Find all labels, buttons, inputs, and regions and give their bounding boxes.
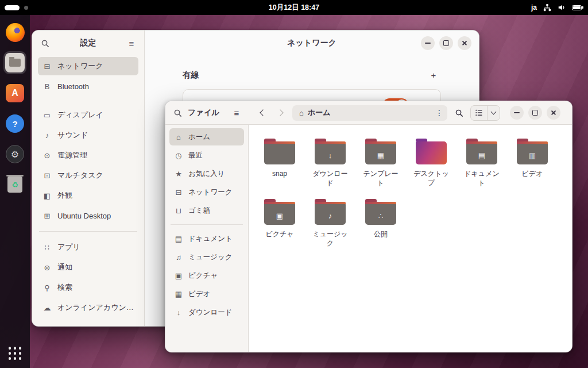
folder-view: snap ↓ ダウンロード ▦ テンプレート (249, 125, 572, 352)
active-workspace-pill[interactable] (5, 5, 20, 10)
show-apps-button[interactable] (9, 347, 22, 360)
folder-item[interactable]: snap (254, 134, 305, 187)
display-icon: ▭ (42, 111, 52, 120)
sidebar-item[interactable]: ▤ ドキュメント (169, 230, 244, 247)
trash-icon: ♻ (7, 177, 22, 193)
sidebar-item[interactable]: ∷ アプリ (38, 238, 138, 256)
main-menu-button[interactable]: ≡ (124, 36, 139, 51)
sidebar-item-label: オンラインアカウント (57, 302, 134, 313)
sidebar-item[interactable]: ▦ ビデオ (169, 285, 244, 302)
sidebar-item[interactable]: ⊡ マルチタスク (38, 166, 138, 185)
sidebar-item-label: 通知 (57, 262, 72, 273)
power-icon: ⊙ (42, 151, 52, 160)
sidebar-item-label: ゴミ箱 (188, 206, 210, 216)
folder-icon: ▤ (466, 141, 497, 164)
back-button[interactable] (254, 105, 269, 120)
folder-item[interactable]: ▣ ピクチャ (254, 194, 305, 248)
sidebar-item[interactable]: B Bluetooth (38, 77, 138, 95)
sidebar-item[interactable]: ↓ ダウンロード (169, 304, 244, 321)
dock-trash[interactable]: ♻ (3, 173, 26, 196)
sidebar-item-label: お気に入り (188, 169, 225, 179)
sidebar-item-label: 外観 (57, 190, 72, 201)
help-icon: ? (6, 114, 24, 133)
sidebar-item[interactable]: ◧ 外観 (38, 186, 138, 205)
files-headerbar: ファイル ≡ ⌂ ホーム ⋮ (165, 101, 572, 125)
sidebar-item[interactable]: ▭ ディスプレイ (38, 106, 138, 124)
folder-emblem-icon: ▦ (365, 146, 396, 164)
search-icon (173, 109, 182, 117)
close-button[interactable] (458, 36, 471, 50)
folder-emblem-icon: ▤ (466, 146, 497, 164)
folder-icon: ∴ (365, 202, 396, 225)
sidebar-item-label: ピクチャ (188, 271, 218, 281)
main-menu-button[interactable]: ≡ (229, 105, 244, 120)
sidebar-item[interactable]: ☁ オンラインアカウント (38, 298, 138, 317)
dock: A ? ⚙ ♻ (0, 15, 30, 368)
apps-grid-icon (9, 347, 11, 350)
sidebar-divider (171, 224, 243, 225)
view-options-button[interactable] (487, 106, 500, 120)
downloads-icon: ↓ (174, 308, 183, 317)
files-sidebar-header: ファイル ≡ (165, 105, 249, 120)
maximize-button[interactable] (528, 106, 542, 120)
back-icon (260, 109, 266, 116)
search-button[interactable] (170, 105, 185, 120)
close-button[interactable] (547, 106, 560, 120)
header-actions (451, 105, 500, 121)
folder-item[interactable]: ∴ 公開 (355, 194, 406, 248)
folder-item[interactable]: ↓ ダウンロード (305, 134, 355, 187)
sidebar-item[interactable]: ⊙ 電源管理 (38, 146, 138, 164)
sidebar-item[interactable]: ◷ 最近 (169, 147, 244, 164)
maximize-icon (532, 110, 538, 116)
dock-settings[interactable]: ⚙ (3, 143, 26, 166)
path-bar[interactable]: ⌂ ホーム ⋮ (292, 105, 447, 121)
sidebar-item[interactable]: ⌂ ホーム (169, 128, 244, 145)
volume-icon (558, 3, 566, 12)
dock-files[interactable] (3, 51, 26, 74)
folder-label: デスクトップ (412, 170, 450, 187)
folder-item[interactable]: ♪ ミュージック (305, 194, 355, 248)
search-button[interactable] (37, 36, 52, 51)
close-icon (550, 109, 557, 116)
top-bar: 10月12日 18:47 ja (0, 0, 588, 15)
minimize-button[interactable] (510, 106, 524, 120)
folder-item[interactable]: デスクトップ (406, 134, 457, 187)
system-status-menu[interactable]: ja (531, 3, 583, 12)
clock-button[interactable]: 10月12日 18:47 (265, 0, 323, 15)
dock-app-center[interactable]: A (3, 82, 26, 105)
sidebar-item-label: ビデオ (188, 289, 210, 299)
add-connection-button[interactable]: + (426, 67, 441, 82)
maximize-button[interactable] (439, 36, 453, 50)
sidebar-item[interactable]: ⚲ 検索 (38, 278, 138, 297)
dock-help[interactable]: ? (3, 112, 26, 135)
folder-emblem-icon: ↓ (315, 146, 346, 164)
sidebar-item[interactable]: ★ お気に入り (169, 165, 244, 182)
files-app-icon (5, 53, 25, 72)
sidebar-item[interactable]: ⊟ ネットワーク (38, 57, 138, 75)
folder-item[interactable]: ▤ ドキュメント (457, 134, 507, 187)
path-menu-button[interactable]: ⋮ (433, 105, 446, 120)
search-in-folder-button[interactable] (451, 105, 466, 120)
sidebar-item[interactable]: ⊞ Ubuntu Desktop (38, 206, 138, 225)
sidebar-item[interactable]: ⊚ 通知 (38, 258, 138, 277)
folder-item[interactable]: ▥ ビデオ (507, 134, 558, 187)
sidebar-item[interactable]: ⊟ ネットワーク (169, 183, 244, 201)
folder-item[interactable]: ▦ テンプレート (355, 134, 406, 187)
pictures-icon: ▣ (174, 271, 183, 280)
dock-firefox[interactable] (3, 21, 26, 44)
trash-icon: ⊔ (174, 206, 183, 215)
files-app-title: ファイル (188, 108, 219, 118)
sidebar-item[interactable]: ♪ サウンド (38, 126, 138, 144)
search-icon: ⚲ (42, 283, 52, 292)
folder-label: ピクチャ (265, 230, 293, 239)
sidebar-item[interactable]: ♫ ミュージック (169, 248, 244, 266)
sidebar-divider (39, 231, 137, 232)
sidebar-item[interactable]: ▣ ピクチャ (169, 267, 244, 284)
list-view-button[interactable] (471, 106, 487, 120)
workspace-dot[interactable] (24, 6, 28, 10)
input-method-indicator[interactable]: ja (531, 3, 537, 12)
folder-emblem-icon (416, 146, 447, 164)
sidebar-item[interactable]: ⊔ ゴミ箱 (169, 202, 244, 219)
forward-button[interactable] (273, 105, 288, 120)
minimize-button[interactable] (421, 36, 435, 50)
